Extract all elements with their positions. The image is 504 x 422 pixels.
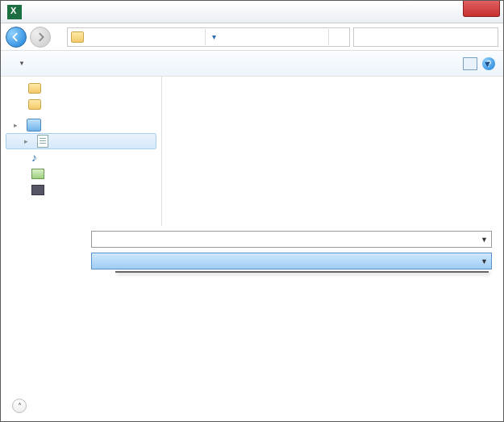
toolbar: ▼ ? [1, 51, 503, 77]
search-input[interactable] [353, 27, 498, 47]
view-options-icon[interactable] [463, 57, 477, 70]
folder-icon [28, 99, 41, 110]
caret-icon: ▸ [24, 137, 32, 145]
pictures-icon [31, 169, 44, 179]
folder-icon [28, 83, 41, 94]
libraries-icon [27, 119, 41, 132]
chevron-down-icon[interactable]: ▼ [481, 236, 488, 244]
arrange-by: ▼ [483, 59, 492, 69]
arrange-by-value[interactable]: ▼ [483, 59, 492, 69]
breadcrumb[interactable]: ▾ [67, 27, 350, 47]
tree-item-pictures[interactable] [6, 165, 161, 182]
tree-item-libraries[interactable]: ▸ [6, 117, 161, 133]
nav-bar: ▾ [1, 23, 503, 51]
sidebar: ▸ ▸ ♪ [1, 77, 162, 226]
tree-item-music[interactable]: ♪ [6, 149, 161, 165]
caret-icon: ▸ [14, 121, 22, 129]
videos-icon [31, 185, 44, 195]
chevron-down-icon[interactable]: ▼ [481, 257, 488, 265]
excel-icon [7, 5, 22, 19]
save-as-dialog: ▾ ▼ ? ▸ ▸ ♪ [0, 0, 504, 422]
nav-split-icon[interactable]: ▾ [205, 29, 223, 45]
saveastype-dropdown[interactable] [115, 271, 489, 273]
forward-button[interactable] [30, 27, 51, 48]
chevron-up-icon: ˄ [12, 399, 27, 413]
organize-button[interactable]: ▼ [9, 56, 31, 70]
form-area: ▼ ▼ [1, 226, 503, 274]
new-folder-button[interactable] [31, 61, 44, 67]
title-bar [1, 1, 503, 23]
saveastype-select[interactable]: ▼ [91, 253, 492, 269]
content-area: ▼ [162, 77, 503, 226]
folder-icon [71, 31, 84, 43]
tree-item-ipod[interactable] [6, 96, 161, 112]
tree-item-vsip[interactable] [6, 80, 161, 96]
filename-input[interactable]: ▼ [91, 231, 492, 248]
close-button[interactable] [463, 1, 500, 17]
back-button[interactable] [6, 27, 27, 48]
tree-item-videos[interactable] [6, 182, 161, 198]
music-icon: ♪ [31, 151, 37, 164]
documents-icon [37, 135, 48, 148]
hide-folders-button[interactable]: ˄ [12, 399, 31, 413]
refresh-icon[interactable] [328, 29, 346, 45]
tree-item-documents[interactable]: ▸ [6, 133, 156, 149]
